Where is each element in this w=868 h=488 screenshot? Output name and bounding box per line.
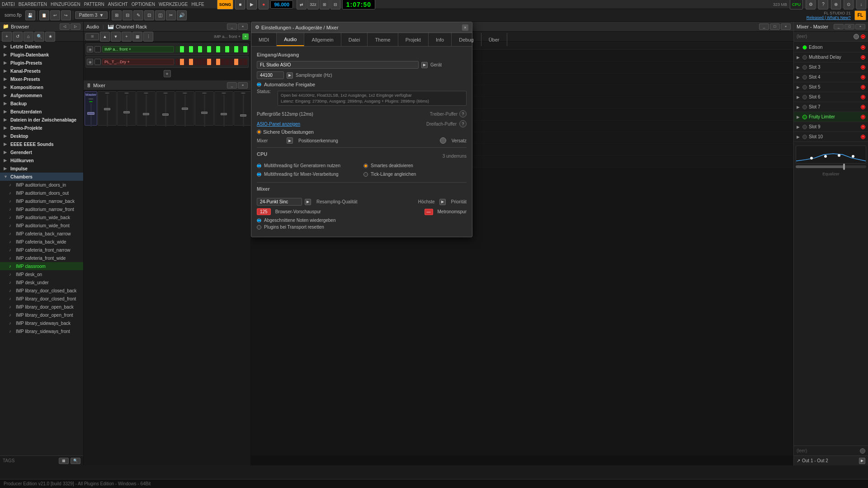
cr-filter[interactable]: ▦ [132, 32, 142, 42]
mm-slot-7[interactable]: ▶ Slot 7 × [794, 102, 868, 112]
step-pad[interactable] [225, 59, 229, 65]
tab-debug[interactable]: Debug [452, 33, 481, 46]
mm-minimize[interactable]: _ [834, 24, 844, 29]
browser-back[interactable]: ◁ [60, 23, 70, 30]
browser-item-imp-lib-sideways-back[interactable]: ♪ IMP library_sideways_back [0, 319, 83, 327]
browser-item-zwischenablage[interactable]: ▶ Dateien in der Zwischenablage [0, 116, 83, 124]
cr-up[interactable]: ▲ [100, 32, 110, 42]
mm-led-7[interactable] [802, 105, 807, 109]
redo-btn[interactable]: ↪ [61, 10, 71, 20]
strip-7-fader-thumb[interactable] [221, 113, 227, 115]
browser-item-imp-lib-door-open-back[interactable]: ♪ IMP library_door_open_back [0, 303, 83, 311]
news-link[interactable]: Released | What's New? [807, 15, 851, 20]
strip-6-knob[interactable] [202, 93, 207, 94]
mm-led-multiband[interactable] [802, 55, 807, 60]
strip-4-fader-thumb[interactable] [162, 113, 169, 116]
auto-release-radio[interactable] [257, 82, 261, 87]
plugin-btn[interactable]: ⊕ [831, 0, 841, 9]
playlist-close[interactable]: × [781, 23, 791, 30]
mode-btn3[interactable]: ⊟ [330, 0, 340, 9]
tab-allgemein[interactable]: Allgemein [304, 33, 341, 46]
browser-item-kompo[interactable]: ▶ Kompositionen [0, 83, 83, 91]
ch1-color[interactable] [94, 46, 101, 52]
browser-item-imp-aud-wide-back[interactable]: ♪ IMP auditorium_wide_back [0, 213, 83, 221]
mode-btn1[interactable]: 32z [307, 0, 319, 9]
smart-disable-radio[interactable] [363, 164, 368, 168]
mm-slot-10[interactable]: ▶ Slot 10 × [794, 132, 868, 142]
browser-item-imp-lib-door-closed-back[interactable]: ♪ IMP library_door_closed_back [0, 286, 83, 295]
cr-minimize[interactable]: _ [227, 23, 237, 30]
asio-link[interactable]: ASIO-Panel anzeigen [257, 122, 300, 127]
mixer-pos-knob[interactable] [440, 137, 446, 144]
step-pad[interactable] [180, 46, 184, 52]
mm-maximize[interactable]: □ [844, 24, 854, 29]
step-pad[interactable] [230, 59, 234, 65]
cut-notes-radio[interactable] [257, 218, 261, 223]
mm-close[interactable]: × [855, 24, 865, 29]
fl-logo-btn[interactable]: FL [854, 10, 866, 20]
mm-slot-4[interactable]: ▶ Slot 4 × [794, 72, 868, 82]
browser-refresh-btn[interactable]: ↺ [13, 32, 23, 42]
mm-led-3[interactable] [802, 65, 807, 70]
mm-led-fruity-limiter[interactable] [802, 115, 807, 119]
tool2[interactable]: ⊟ [123, 10, 132, 20]
step-pad[interactable] [175, 59, 179, 65]
settings-close-btn[interactable]: × [462, 24, 468, 31]
strip-5-fader-thumb[interactable] [182, 108, 188, 110]
step-pad[interactable] [225, 46, 229, 52]
mm-output-arrow[interactable]: ▶ [859, 458, 865, 464]
mm-slot-3[interactable]: ▶ Slot 3 × [794, 62, 868, 72]
mm-x-10[interactable]: × [861, 135, 865, 139]
step-pad[interactable] [239, 59, 243, 65]
samplerate-arrow[interactable]: ▶ [287, 72, 293, 79]
metro-btn[interactable]: — [425, 209, 433, 215]
audio-tab[interactable]: Audio [86, 24, 99, 29]
tool4[interactable]: ⊡ [144, 10, 154, 20]
undo-btn[interactable]: ↩ [50, 10, 60, 20]
master-fader-thumb[interactable] [87, 112, 94, 115]
mm-led-5[interactable] [802, 85, 807, 89]
add-channel-btn[interactable]: + [164, 70, 171, 77]
strip-2-knob[interactable] [124, 93, 129, 94]
save-btn[interactable]: 💾 [25, 10, 35, 20]
strip-2-fader-thumb[interactable] [123, 111, 130, 113]
step-pad[interactable] [203, 46, 207, 52]
mm-volume-thumb[interactable] [843, 164, 845, 170]
tab-datei[interactable]: Datei [341, 33, 368, 46]
step-pad[interactable] [193, 59, 198, 65]
cr-steps-btn[interactable]: ⊞ [85, 33, 99, 40]
menu-bearbeiten[interactable]: BEARBEITEN [19, 2, 47, 7]
settings-btn[interactable]: ⚙ [806, 0, 816, 9]
mm-led-10[interactable] [802, 135, 807, 139]
browser-item-kanal[interactable]: ▶ Kanal-Presets [0, 67, 83, 75]
browser-item-imp-desk-on[interactable]: ♪ IMP desk_on [0, 270, 83, 278]
browser-item-imp-aud-in[interactable]: ♪ IMP auditorium_doors_in [0, 181, 83, 189]
step-pad[interactable] [198, 46, 202, 52]
step-pad[interactable] [207, 46, 211, 52]
tool5[interactable]: ◫ [155, 10, 165, 20]
multithreading-gen-radio[interactable] [257, 164, 261, 168]
menu-hilfe[interactable]: HILFE [191, 2, 204, 7]
mixer-close[interactable]: × [238, 82, 248, 89]
ch2-name-btn[interactable]: PL_T_...Dry + [102, 59, 174, 65]
safe-overloads-radio[interactable] [257, 130, 261, 134]
strip-7-knob[interactable] [222, 93, 226, 94]
browser-search-btn[interactable]: 🔍 [34, 32, 44, 42]
mm-led-edison[interactable] [802, 45, 807, 50]
download-btn[interactable]: ↓ [856, 0, 866, 9]
mm-slot-fruity-limiter[interactable]: ▶ Fruity Limiter × [794, 112, 868, 122]
browser-item-backup[interactable]: ▶ Backup [0, 99, 83, 108]
mm-empty-green-btn[interactable] [854, 34, 859, 39]
strip-8-knob[interactable] [241, 93, 245, 94]
browser-item-imp-caf-front-narrow[interactable]: ♪ IMP cafeteria_front_narrow [0, 246, 83, 254]
driver-arrow[interactable]: ▶ [421, 62, 428, 68]
browser-item-imp-lib-door-closed-front[interactable]: ♪ IMP library_door_closed_front [0, 295, 83, 303]
playlist-minimize[interactable]: _ [759, 23, 769, 30]
step-pad[interactable] [193, 46, 198, 52]
tool6[interactable]: ✂ [166, 10, 176, 20]
tab-uber[interactable]: Über [481, 33, 507, 46]
mm-x-9[interactable]: × [861, 125, 865, 129]
browser-item-aufgenommen[interactable]: ▶ Aufgenommen [0, 91, 83, 99]
step-pad[interactable] [230, 46, 234, 52]
strip-3-knob[interactable] [144, 93, 148, 94]
